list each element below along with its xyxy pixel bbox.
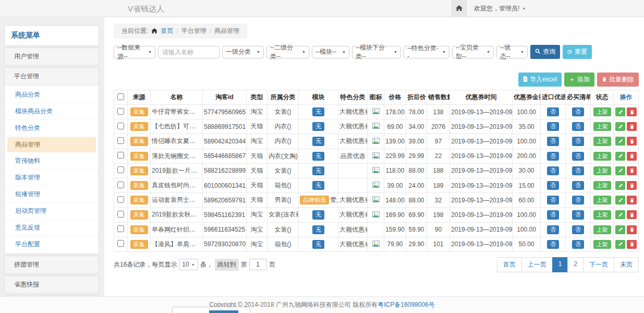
row-checkbox[interactable] xyxy=(117,182,124,188)
sidebar-section-3[interactable]: 省惠快报 xyxy=(5,276,99,293)
filter-select-level2-category[interactable]: --二级分类--▼ xyxy=(266,46,309,58)
per-page-select[interactable]: 10 ▼ xyxy=(179,259,198,270)
home-button[interactable] xyxy=(452,0,467,17)
status-badge[interactable]: 上架 xyxy=(593,240,611,249)
search-name-input[interactable] xyxy=(158,46,220,58)
imported-toggle[interactable]: 否 xyxy=(547,210,559,219)
filter-select-item-type[interactable]: --宝贝类型--▼ xyxy=(452,46,494,58)
status-badge[interactable]: 上架 xyxy=(593,137,611,146)
sidebar-item[interactable]: 启动页管理 xyxy=(5,203,99,220)
status-badge[interactable]: 上架 xyxy=(593,225,611,234)
module-badge[interactable]: 无 xyxy=(312,210,324,219)
module-badge[interactable]: 品牌精选 xyxy=(300,196,329,204)
status-badge[interactable]: 上架 xyxy=(593,122,611,131)
status-badge[interactable]: 上架 xyxy=(593,181,611,190)
must-buy-toggle[interactable]: 否 xyxy=(572,122,584,131)
imported-toggle[interactable]: 否 xyxy=(547,240,559,249)
edit-button[interactable] xyxy=(615,122,625,131)
imported-toggle[interactable]: 否 xyxy=(547,122,559,131)
edit-button[interactable] xyxy=(615,210,625,219)
row-checkbox[interactable] xyxy=(117,240,124,247)
edit-button[interactable] xyxy=(615,225,625,234)
must-buy-toggle[interactable]: 否 xyxy=(572,196,584,204)
batch-delete-button[interactable]: 批量删除 xyxy=(597,73,639,87)
delete-button[interactable] xyxy=(627,240,637,249)
module-badge[interactable]: 无 xyxy=(312,122,324,131)
user-menu[interactable]: 欢迎您，管理员! ▼ xyxy=(467,0,533,17)
imported-toggle[interactable]: 否 xyxy=(547,225,559,234)
must-buy-toggle[interactable]: 否 xyxy=(572,107,584,116)
page-button-2[interactable]: 2 xyxy=(567,257,584,272)
edit-button[interactable] xyxy=(615,196,625,204)
row-checkbox[interactable] xyxy=(117,225,124,232)
filter-select-special-category[interactable]: --特色分类--▼ xyxy=(404,46,449,58)
delete-button[interactable] xyxy=(627,225,637,234)
sidebar-item[interactable]: 轮播管理 xyxy=(5,186,99,203)
filter-select-level1-category[interactable]: 一级分类▼ xyxy=(222,46,264,58)
query-button[interactable]: 查询 xyxy=(530,45,560,59)
delete-button[interactable] xyxy=(627,122,637,131)
filter-select-module[interactable]: --模块--▼ xyxy=(312,46,349,58)
sidebar-item[interactable]: 商品分类 xyxy=(5,87,99,103)
page-button-末页[interactable]: 末页 xyxy=(614,257,639,272)
imported-toggle[interactable]: 否 xyxy=(547,166,559,175)
sidebar-item[interactable]: 宣传物料 xyxy=(5,153,99,170)
jump-page-input[interactable] xyxy=(249,259,267,270)
sidebar-section-0[interactable]: 用户管理 xyxy=(5,48,99,65)
page-button-下一页[interactable]: 下一页 xyxy=(583,257,614,272)
module-badge[interactable]: 无 xyxy=(312,240,324,249)
module-badge[interactable]: 无 xyxy=(312,152,324,161)
imported-toggle[interactable]: 否 xyxy=(547,107,559,116)
reset-button[interactable]: ⟳ 重置 xyxy=(563,45,592,59)
imported-toggle[interactable]: 否 xyxy=(547,152,559,161)
imported-toggle[interactable]: 否 xyxy=(547,196,559,204)
edit-button[interactable] xyxy=(615,240,625,249)
sidebar-item[interactable]: 意见反馈 xyxy=(5,220,99,236)
delete-button[interactable] xyxy=(627,107,637,116)
edit-button[interactable] xyxy=(615,181,625,190)
breadcrumb-home-link[interactable]: 首页 xyxy=(161,27,173,35)
must-buy-toggle[interactable]: 否 xyxy=(572,152,584,161)
filter-select-status[interactable]: --状态--▼ xyxy=(496,46,528,58)
select-all-checkbox[interactable] xyxy=(117,93,124,100)
row-checkbox[interactable] xyxy=(117,123,124,129)
filter-select-data-source[interactable]: --数据来源--▼ xyxy=(114,46,155,58)
row-checkbox[interactable] xyxy=(117,108,124,115)
import-excel-button[interactable]: 导入excel xyxy=(518,73,562,87)
module-badge[interactable]: 无 xyxy=(312,107,324,116)
status-badge[interactable]: 上架 xyxy=(593,107,611,116)
row-checkbox[interactable] xyxy=(117,211,124,218)
delete-button[interactable] xyxy=(627,152,637,161)
edit-button[interactable] xyxy=(615,137,625,146)
module-badge[interactable]: 无 xyxy=(312,137,324,146)
sidebar-item[interactable]: 商品管理 xyxy=(7,137,96,152)
sidebar-section-2[interactable]: 拼团管理 xyxy=(5,256,99,273)
edit-button[interactable] xyxy=(615,166,625,175)
edit-button[interactable] xyxy=(615,152,625,161)
delete-button[interactable] xyxy=(627,166,637,175)
delete-button[interactable] xyxy=(627,210,637,219)
must-buy-toggle[interactable]: 否 xyxy=(572,240,584,249)
imported-toggle[interactable]: 否 xyxy=(547,137,559,146)
module-badge[interactable]: 无 xyxy=(312,225,324,234)
module-badge[interactable]: 无 xyxy=(312,166,324,175)
status-badge[interactable]: 上架 xyxy=(593,210,611,219)
must-buy-toggle[interactable]: 否 xyxy=(572,210,584,219)
row-checkbox[interactable] xyxy=(117,196,124,203)
status-badge[interactable]: 上架 xyxy=(593,166,611,175)
status-badge[interactable]: 上架 xyxy=(593,196,611,204)
sidebar-section-1[interactable]: 平台管理 xyxy=(5,68,99,85)
sidebar-item[interactable]: 特色分类 xyxy=(5,120,99,137)
sidebar-item[interactable]: 版本管理 xyxy=(5,170,99,186)
module-badge[interactable]: 无 xyxy=(312,181,324,190)
edit-button[interactable] xyxy=(615,107,625,116)
jump-to-button[interactable]: 跳转到 xyxy=(215,259,239,271)
icp-link[interactable]: 粤ICP备16098006号 xyxy=(378,300,434,309)
must-buy-toggle[interactable]: 否 xyxy=(572,225,584,234)
page-button-上一页[interactable]: 上一页 xyxy=(521,257,553,272)
row-checkbox[interactable] xyxy=(117,166,124,173)
sidebar-item[interactable]: 模块商品分类 xyxy=(5,103,99,120)
must-buy-toggle[interactable]: 否 xyxy=(572,137,584,146)
add-button[interactable]: ＋ 添加 xyxy=(564,73,594,87)
delete-button[interactable] xyxy=(627,196,637,204)
